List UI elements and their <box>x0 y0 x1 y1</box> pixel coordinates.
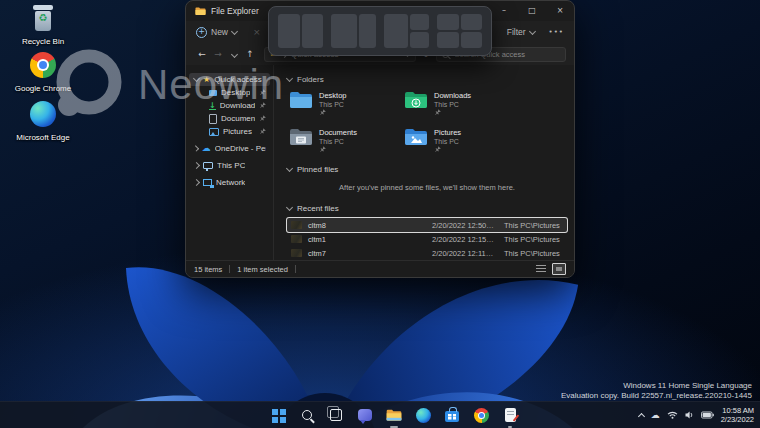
chevron-right-icon <box>193 179 200 186</box>
section-header-label: Pinned files <box>297 165 338 174</box>
file-thumbnail <box>291 249 302 257</box>
details-view-button[interactable] <box>536 265 546 273</box>
recent-file-row[interactable]: cltm8 2/20/2022 12:50… This PC\Pictures <box>287 218 567 232</box>
taskbar-start-button[interactable] <box>269 406 287 424</box>
sidebar-item-documents[interactable]: Documents <box>189 112 270 125</box>
navigation-pane: ★ Quick access Desktop ↓ Downloads Docum… <box>186 65 274 261</box>
new-button-label: New <box>211 27 228 37</box>
volume-icon[interactable] <box>685 411 694 419</box>
documents-folder-icon <box>289 128 313 147</box>
large-icons-view-button[interactable] <box>552 263 566 275</box>
desktop-icon-google-chrome[interactable]: Google Chrome <box>12 52 74 93</box>
taskbar-chrome-button[interactable] <box>472 406 490 424</box>
sidebar-item-onedrive[interactable]: ☁ OneDrive - Personal <box>189 142 270 155</box>
pin-icon <box>434 109 441 116</box>
network-icon <box>203 179 212 186</box>
edge-icon <box>30 101 56 127</box>
taskbar-edge-button[interactable] <box>414 406 432 424</box>
sidebar-item-label: Network <box>216 178 245 187</box>
sidebar-item-label: Pictures <box>223 127 252 136</box>
taskbar-store-button[interactable] <box>443 406 461 424</box>
new-button[interactable]: + New <box>196 27 237 38</box>
desktop-icon-label: Microsoft Edge <box>12 133 74 142</box>
sidebar-item-quick-access[interactable]: ★ Quick access <box>189 73 270 86</box>
chat-icon <box>358 409 372 421</box>
recent-locations-button[interactable] <box>226 49 242 59</box>
window-title: File Explorer <box>211 6 259 16</box>
pictures-icon <box>209 128 219 136</box>
tile-location: This PC <box>434 138 461 145</box>
snap-layouts-flyout <box>268 6 492 56</box>
desktop-icon-microsoft-edge[interactable]: Microsoft Edge <box>12 101 74 142</box>
desktop-icon-recycle-bin[interactable]: ♻ Recycle Bin <box>12 3 74 46</box>
file-explorer-icon <box>386 409 402 422</box>
chevron-down-icon <box>193 75 200 82</box>
watermark-line2: Evaluation copy. Build 22557.ni_release.… <box>561 391 752 401</box>
downloads-icon: ↓ <box>209 102 216 110</box>
battery-icon[interactable] <box>701 411 714 419</box>
snap-layout-left-column-stacked-right[interactable] <box>384 14 429 48</box>
see-more-button[interactable]: ••• <box>549 29 564 36</box>
section-header-folders[interactable]: Folders <box>287 73 567 85</box>
filter-button-label: Filter <box>507 27 526 37</box>
forward-button[interactable]: → <box>210 50 226 59</box>
wifi-icon[interactable] <box>667 411 678 419</box>
taskbar-notepad-button[interactable] <box>501 406 519 424</box>
filter-button[interactable]: Filter <box>507 27 535 37</box>
edge-icon <box>416 408 431 423</box>
tile-name: Desktop <box>319 91 347 100</box>
taskbar-clock[interactable]: 10:58 AM 2/23/2022 <box>721 406 754 424</box>
up-button[interactable]: ↑ <box>242 50 258 59</box>
windows-logo-icon <box>272 409 278 415</box>
taskbar-task-view-button[interactable] <box>327 406 345 424</box>
pin-icon <box>259 102 266 109</box>
onedrive-tray-icon[interactable]: ☁ <box>651 411 660 420</box>
taskbar-search-button[interactable] <box>298 406 316 424</box>
show-hidden-icons-button[interactable] <box>639 412 644 419</box>
desktop-folder-icon <box>289 91 313 110</box>
chevron-down-icon <box>286 203 293 210</box>
chrome-icon <box>30 52 56 78</box>
folder-tile-pictures[interactable]: Pictures This PC <box>404 128 519 153</box>
sidebar-item-label: Quick access <box>214 75 262 84</box>
sidebar-item-network[interactable]: Network <box>189 176 270 189</box>
cut-icon[interactable]: × <box>253 28 261 37</box>
recent-file-row[interactable]: cltm1 2/20/2022 12:15… This PC\Pictures <box>287 232 567 246</box>
content-pane: Folders Desktop This PC <box>274 65 574 261</box>
recent-file-row[interactable]: cltm7 2/20/2022 12:11… This PC\Pictures <box>287 246 567 260</box>
chevron-right-icon <box>193 162 200 169</box>
close-button[interactable]: × <box>546 1 574 21</box>
snap-layout-two-columns-equal[interactable] <box>278 14 323 48</box>
file-modified: 2/20/2022 12:11… <box>432 249 498 258</box>
section-header-pinned-files[interactable]: Pinned files <box>287 163 567 175</box>
taskbar: ☁ 10:58 AM 2/23/2022 <box>0 401 760 428</box>
minimize-button[interactable]: – <box>490 1 518 21</box>
pin-icon <box>434 146 441 153</box>
folder-tile-desktop[interactable]: Desktop This PC <box>289 91 404 116</box>
folder-tile-downloads[interactable]: Downloads This PC <box>404 91 519 116</box>
pictures-folder-icon <box>404 128 428 147</box>
chevron-right-icon <box>193 145 199 151</box>
sidebar-item-pictures[interactable]: Pictures <box>189 125 270 138</box>
file-modified: 2/20/2022 12:50… <box>432 221 498 230</box>
taskbar-file-explorer-button[interactable] <box>385 406 403 424</box>
watermark-line1: Windows 11 Home Single Language <box>561 381 752 391</box>
sidebar-item-label: Documents <box>221 114 255 123</box>
plus-icon: + <box>196 27 207 38</box>
desktop-icon-label: Google Chrome <box>12 84 74 93</box>
section-header-recent-files[interactable]: Recent files <box>287 202 567 214</box>
desktop-icon-label: Recycle Bin <box>12 37 74 46</box>
folder-tile-documents[interactable]: Documents This PC <box>289 128 404 153</box>
star-icon: ★ <box>203 76 210 84</box>
taskbar-chat-button[interactable] <box>356 406 374 424</box>
sidebar-item-this-pc[interactable]: This PC <box>189 159 270 172</box>
documents-icon <box>209 114 217 124</box>
back-button[interactable]: ← <box>194 50 210 59</box>
snap-layout-two-columns-wide-left[interactable] <box>331 14 376 48</box>
maximize-button[interactable]: □ <box>518 1 546 21</box>
sidebar-item-desktop[interactable]: Desktop <box>189 86 270 99</box>
sidebar-item-label: Desktop <box>221 88 250 97</box>
sidebar-item-downloads[interactable]: ↓ Downloads <box>189 99 270 112</box>
notepad-icon <box>505 408 516 422</box>
snap-layout-quad-grid[interactable] <box>437 14 482 48</box>
